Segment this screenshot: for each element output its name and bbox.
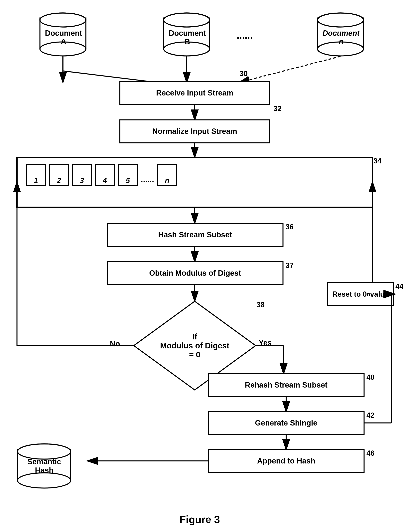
svg-point-6 [40, 13, 86, 27]
token-3: 3 [72, 164, 92, 186]
ref-38: 38 [257, 301, 265, 309]
token-ellipsis: ...... [141, 175, 154, 186]
ref-34: 34 [373, 157, 381, 165]
ref-40: 40 [366, 373, 374, 382]
svg-line-27 [240, 56, 341, 82]
svg-rect-10 [165, 20, 209, 27]
receive-input-label: Receive Input Stream [120, 81, 270, 104]
normalize-label: Normalize Input Stream [120, 120, 270, 143]
generate-shingle-label: Generate Shingle [208, 412, 364, 435]
doc-b-label: Document B [167, 29, 207, 46]
svg-point-19 [18, 473, 71, 488]
ref-32: 32 [274, 104, 282, 113]
token-1: 1 [26, 164, 46, 186]
ref-37: 37 [286, 261, 294, 270]
token-array: 1 2 3 4 5 ...... n [26, 164, 177, 186]
doc-ellipsis: ...... [237, 30, 253, 41]
svg-rect-15 [319, 20, 362, 27]
ref-36: 36 [286, 223, 294, 231]
svg-point-11 [164, 13, 210, 27]
svg-rect-5 [41, 20, 85, 27]
figure-caption: Figure 3 [150, 513, 250, 525]
diamond-text: IfModulus of Digest= 0 [134, 320, 256, 372]
doc-a-label: Document A [44, 29, 83, 46]
semantic-hash-label: Semantic Hash [18, 458, 71, 475]
ref-46: 46 [366, 449, 374, 458]
svg-point-21 [18, 444, 71, 459]
svg-point-8 [164, 13, 210, 27]
reset-label: Reset to 0n value [327, 283, 393, 306]
token-n: n [157, 164, 177, 186]
yes-label: Yes [259, 339, 272, 347]
hash-stream-label: Hash Stream Subset [107, 223, 283, 246]
svg-point-18 [18, 444, 71, 459]
token-2: 2 [49, 164, 69, 186]
token-5: 5 [118, 164, 138, 186]
svg-point-13 [318, 13, 363, 27]
append-hash-label: Append to Hash [208, 450, 364, 473]
svg-line-23 [63, 71, 169, 84]
svg-rect-28 [120, 81, 270, 104]
ref-44: 44 [395, 282, 403, 291]
token-4: 4 [95, 164, 115, 186]
svg-point-3 [40, 13, 86, 27]
ref-42: 42 [366, 411, 374, 420]
no-label: No [110, 340, 120, 348]
obtain-modulus-label: Obtain Modulus of Digest [107, 262, 283, 285]
doc-n-label: Document n [321, 29, 361, 46]
svg-point-16 [318, 13, 363, 27]
diagram: Document A Document B ...... Document n … [0, 0, 406, 532]
rehash-stream-label: Rehash Stream Subset [208, 374, 364, 397]
ref-30: 30 [240, 70, 248, 78]
